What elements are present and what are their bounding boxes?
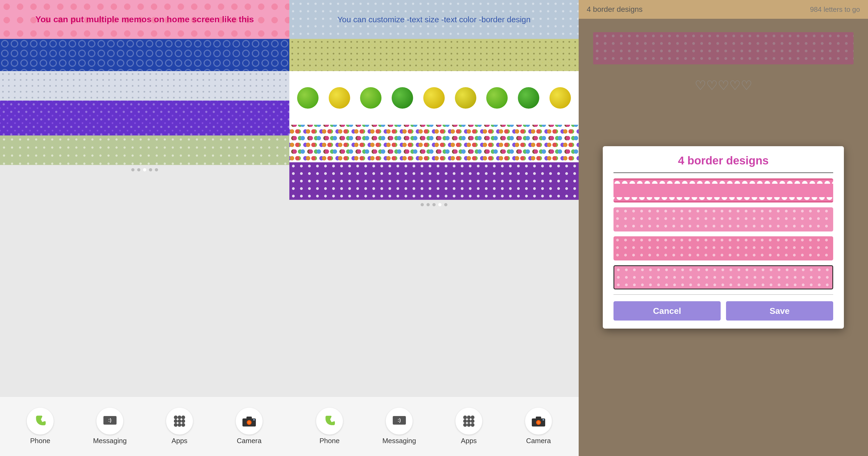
messaging-icon-1: :) bbox=[103, 415, 117, 427]
messaging-icon-wrap-2[interactable]: :) bbox=[386, 408, 412, 434]
dialog-title: 4 border designs bbox=[614, 154, 833, 167]
green-ball-2 bbox=[518, 87, 539, 109]
nav-item-camera-1[interactable]: Camera bbox=[222, 408, 276, 445]
apps-icon-2 bbox=[462, 414, 476, 429]
svg-rect-14 bbox=[246, 417, 252, 419]
svg-point-24 bbox=[463, 423, 467, 427]
nav-label-camera-1: Camera bbox=[237, 437, 261, 445]
nav-item-messaging-1[interactable]: :) Messaging bbox=[83, 408, 136, 445]
phone-content-1: You can put multiple memos on home scree… bbox=[0, 0, 289, 396]
save-button[interactable]: Save bbox=[726, 301, 833, 320]
nav-item-phone-1[interactable]: Phone bbox=[13, 408, 67, 445]
messaging-icon-2: :) bbox=[392, 415, 407, 427]
dialog-buttons: Cancel Save bbox=[614, 301, 833, 320]
apps-icon-wrap-1[interactable] bbox=[166, 408, 193, 434]
yellow-ball-3 bbox=[550, 87, 571, 109]
border-option-polka1[interactable] bbox=[614, 207, 833, 231]
memo-purple-dots[interactable] bbox=[0, 101, 289, 136]
memo-purple-white[interactable] bbox=[289, 162, 579, 200]
svg-point-4 bbox=[181, 416, 185, 419]
svg-text::): :) bbox=[398, 417, 401, 423]
memo-sage-dots[interactable] bbox=[0, 136, 289, 165]
letters-counter: 984 letters to go bbox=[810, 5, 860, 14]
svg-rect-30 bbox=[536, 417, 541, 419]
svg-point-2 bbox=[174, 416, 178, 419]
dot-3[interactable] bbox=[143, 168, 146, 171]
dot2-4[interactable] bbox=[438, 203, 441, 206]
memo-yellow-green[interactable] bbox=[289, 39, 579, 71]
lime-ball-2 bbox=[360, 87, 381, 109]
svg-point-22 bbox=[467, 419, 471, 423]
nav-item-apps-2[interactable]: Apps bbox=[442, 408, 496, 445]
nav-item-phone-2[interactable]: Phone bbox=[303, 408, 356, 445]
svg-point-31 bbox=[542, 419, 544, 421]
camera-icon-1 bbox=[241, 415, 257, 428]
border-design-dialog: 4 border designs Cancel Save bbox=[603, 146, 844, 329]
yellow-ball-2 bbox=[423, 87, 445, 109]
dot-4[interactable] bbox=[149, 168, 152, 171]
svg-point-18 bbox=[463, 416, 467, 419]
svg-point-21 bbox=[463, 419, 467, 423]
memo-text-multiple: You can put multiple memos on home scree… bbox=[35, 13, 254, 26]
phone-content-2: You can customize -text size -text color… bbox=[289, 0, 579, 396]
phone-icon-1 bbox=[33, 415, 47, 428]
svg-point-8 bbox=[174, 423, 178, 427]
dot2-1[interactable] bbox=[421, 203, 424, 206]
phone-icon-wrap-1[interactable] bbox=[27, 408, 54, 434]
svg-point-23 bbox=[471, 419, 474, 423]
memo-fruits[interactable] bbox=[289, 71, 579, 125]
lime-ball-1 bbox=[297, 87, 318, 109]
phone-panel-1: You can put multiple memos on home scree… bbox=[0, 0, 289, 456]
dot2-3[interactable] bbox=[432, 203, 436, 206]
svg-point-7 bbox=[181, 419, 185, 423]
svg-point-6 bbox=[178, 419, 181, 423]
dot2-5[interactable] bbox=[444, 203, 447, 206]
dot2-2[interactable] bbox=[427, 203, 430, 206]
bottom-nav-2: Phone :) Messaging bbox=[289, 396, 579, 456]
dot-2[interactable] bbox=[137, 168, 141, 171]
svg-point-5 bbox=[174, 419, 178, 423]
lime-ball-3 bbox=[486, 87, 508, 109]
svg-point-26 bbox=[471, 423, 474, 427]
camera-icon-wrap-2[interactable] bbox=[525, 408, 552, 434]
border-option-polka2[interactable] bbox=[614, 236, 833, 260]
camera-icon-2 bbox=[530, 415, 547, 428]
svg-point-29 bbox=[537, 421, 540, 424]
dot-5[interactable] bbox=[155, 168, 158, 171]
green-ball-1 bbox=[392, 87, 413, 109]
apps-icon-wrap-2[interactable] bbox=[456, 408, 482, 434]
memo-text-customize: You can customize -text size -text color… bbox=[338, 13, 531, 26]
nav-item-apps-1[interactable]: Apps bbox=[153, 408, 206, 445]
right-background: ♡ ♡ ♡ ♡ ♡ 4 border designs C bbox=[579, 19, 868, 456]
cancel-button[interactable]: Cancel bbox=[614, 301, 721, 320]
page-indicators-1 bbox=[0, 165, 289, 175]
svg-point-15 bbox=[253, 419, 255, 421]
lemon-ball-1 bbox=[455, 87, 476, 109]
dot-1[interactable] bbox=[131, 168, 134, 171]
nav-item-messaging-2[interactable]: :) Messaging bbox=[372, 408, 426, 445]
nav-label-camera-2: Camera bbox=[526, 437, 551, 445]
nav-label-phone-2: Phone bbox=[319, 437, 339, 445]
phone-panel-2: You can customize -text size -text color… bbox=[289, 0, 579, 456]
dialog-separator-top bbox=[614, 172, 833, 173]
bottom-nav-1: Phone :) Messaging bbox=[0, 396, 289, 456]
svg-point-25 bbox=[467, 423, 471, 427]
border-option-scallop[interactable] bbox=[614, 178, 833, 202]
messaging-icon-wrap-1[interactable]: :) bbox=[96, 408, 123, 434]
svg-point-3 bbox=[178, 416, 181, 419]
memo-multicolor-dots[interactable] bbox=[289, 125, 579, 162]
memo-gray-dotted[interactable] bbox=[0, 71, 289, 101]
memo-pink-multiple[interactable]: You can put multiple memos on home scree… bbox=[0, 0, 289, 39]
memo-customize[interactable]: You can customize -text size -text color… bbox=[289, 0, 579, 39]
dialog-overlay: 4 border designs Cancel Save bbox=[579, 19, 868, 456]
border-option-polka3-selected[interactable] bbox=[614, 265, 833, 289]
yellow-ball-1 bbox=[329, 87, 350, 109]
memo-blue-circles[interactable] bbox=[0, 39, 289, 71]
nav-label-messaging-2: Messaging bbox=[382, 437, 416, 445]
camera-icon-wrap-1[interactable] bbox=[236, 408, 262, 434]
phone-icon-wrap-2[interactable] bbox=[316, 408, 343, 434]
svg-text::): :) bbox=[108, 417, 112, 423]
dialog-separator-bottom bbox=[614, 294, 833, 295]
phone-icon-2 bbox=[323, 415, 336, 428]
nav-item-camera-2[interactable]: Camera bbox=[512, 408, 565, 445]
